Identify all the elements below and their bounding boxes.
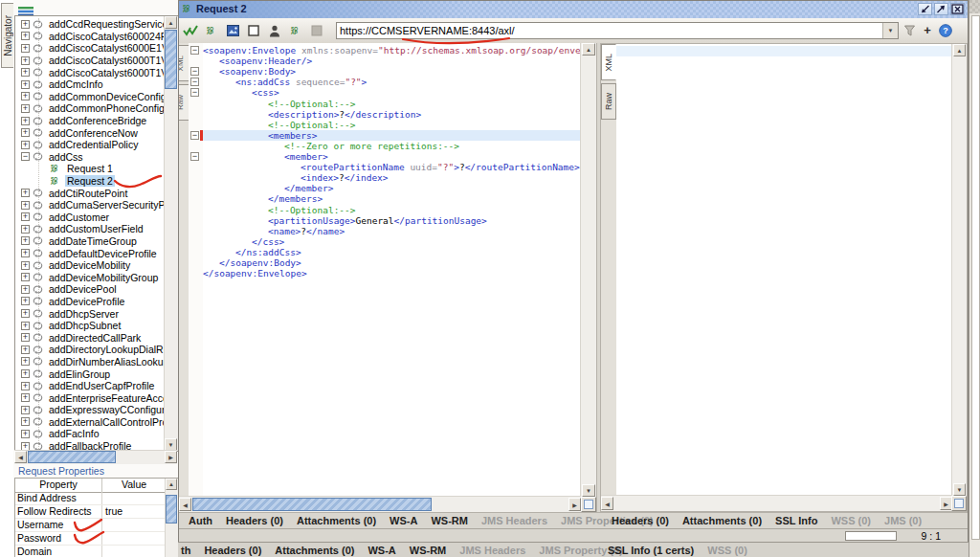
edit-endpoint-button[interactable] [902,23,917,38]
tree-item-addciscocatalyst6000t1voipg[interactable]: +addCiscoCatalyst6000T1VoIPG [15,66,165,78]
background-tab-ws-rm[interactable]: WS-RM [410,545,447,556]
wsdl-image-button[interactable] [223,22,242,39]
expand-icon[interactable]: + [21,236,30,245]
scroll-right-button[interactable]: ▶ [568,498,581,511]
scrollbar-thumb[interactable] [166,495,177,524]
response-tab-jms-0[interactable]: JMS (0) [884,515,922,526]
expand-icon[interactable]: + [21,273,30,281]
tree-item-adddirectorylookupdialrule[interactable]: +addDirectoryLookupDialRule [15,344,165,356]
expand-icon[interactable]: + [21,44,30,53]
tree-item-addcss[interactable]: −addCss [15,151,165,164]
property-value[interactable] [102,532,166,545]
tree-item-adddhcpsubnet[interactable]: +addDhcpSubnet [15,320,165,332]
background-tab-jms-headers[interactable]: JMS Headers [459,545,525,556]
expand-icon[interactable]: + [21,56,30,65]
xml-line[interactable]: </soapenv:Body> [203,257,581,268]
property-value[interactable] [102,492,166,504]
xml-line[interactable]: <name>?</name> [203,226,581,236]
request-tab-ws-rm[interactable]: WS-RM [431,515,468,526]
tree-item-addcustomuserfield[interactable]: +addCustomUserField [15,223,165,235]
xml-line[interactable]: <!--Optional:--> [203,99,581,109]
xml-line[interactable]: <soapenv:Header/> [203,56,581,66]
xml-line[interactable]: </css> [203,236,581,247]
soap-action-button-1[interactable]: SOAP [202,22,221,39]
xml-line[interactable]: <css> [203,87,581,98]
expand-icon[interactable]: + [21,249,30,257]
request-tab-auth[interactable]: Auth [189,515,212,526]
expand-icon[interactable]: + [21,285,30,294]
tree-item-addcredentialpolicy[interactable]: +addCredentialPolicy [15,139,165,151]
background-tab-attachments-0[interactable]: Attachments (0) [275,545,354,556]
xml-line[interactable]: <routePartitionName uuid="?">?</routePar… [203,162,581,172]
tree-item-adddevicepool[interactable]: +addDevicePool [15,283,165,296]
tree-item-addciscocatalyst600024portf[interactable]: +addCiscoCatalyst600024PortF [15,31,165,43]
background-tab-ssl-info-1-certs[interactable]: SSL Info (1 certs) [608,545,694,556]
scrollbar-thumb[interactable] [192,498,432,511]
property-value[interactable]: true [102,505,166,518]
xml-line[interactable]: </member> [203,183,581,193]
expand-icon[interactable]: + [21,80,30,89]
response-tab-attachments-0[interactable]: Attachments (0) [682,515,762,526]
soap-action-button-2[interactable]: SOAP [286,22,305,39]
tree-item-addexpresswaycconfiguratio[interactable]: +addExpresswayCConfiguratio [15,404,165,416]
endpoint-dropdown-button[interactable]: ▼ [882,23,898,38]
scroll-up-button[interactable]: ▲ [166,479,177,490]
tree-item-addcommondeviceconfig[interactable]: +addCommonDeviceConfig [15,91,165,103]
xml-line[interactable]: </soapenv:Envelope> [203,268,581,278]
submit-request-button[interactable] [181,22,200,39]
expand-icon[interactable]: + [21,128,30,137]
expand-icon[interactable]: + [21,297,30,305]
xml-code-area[interactable]: <soapenv:Envelope xmlns:soapenv="http://… [203,43,581,497]
response-tab-headers-0[interactable]: Headers (0) [612,515,669,526]
scroll-up-button[interactable]: ▲ [582,43,595,56]
scroll-left-button[interactable]: ◀ [601,497,613,510]
xml-line[interactable]: <index>?</index> [203,172,581,183]
scroll-left-button[interactable]: ◀ [14,451,27,463]
scroll-down-button[interactable]: ▼ [582,484,595,497]
tree-item-addconferencebridge[interactable]: +addConferenceBridge [15,115,165,127]
response-content[interactable] [616,44,952,496]
xml-line[interactable]: </ns:addCss> [203,247,581,257]
tree-item-adddirnumberaliaslookupar[interactable]: +addDirNumberAliasLookupar [15,356,165,368]
auth-user-button[interactable] [265,22,284,39]
tree-item-addexternalcallcontrolprofile[interactable]: +addExternalCallControlProfile [15,416,165,429]
tree-item-adddevicemobilitygroup[interactable]: +addDeviceMobilityGroup [15,271,165,283]
scroll-right-button[interactable]: ▶ [165,451,177,463]
expand-icon[interactable]: + [21,225,30,234]
scroll-up-button[interactable]: ▲ [165,16,177,29]
tree-item-adddatetimegroup[interactable]: +addDateTimeGroup [15,235,165,248]
response-horizontal-scrollbar[interactable]: ◀ ▶ [601,495,952,511]
expand-icon[interactable]: + [21,141,30,149]
tree-item-addciscocatalyst6000t1voipg[interactable]: +addCiscoCatalyst6000T1VoIPG [15,55,165,67]
background-tab-th[interactable]: th [181,545,190,556]
expand-icon[interactable]: + [21,117,30,125]
tree-item-adddeviceprofile[interactable]: +addDeviceProfile [15,296,165,308]
expand-icon[interactable]: + [21,393,30,402]
fold-toggle-icon[interactable]: − [190,78,199,86]
xml-line[interactable]: <ns:addCss sequence="?"> [203,77,581,87]
tree-item-addcmcinfo[interactable]: +addCmcInfo [15,78,165,91]
tree-item-addconferencenow[interactable]: +addConferenceNow [15,126,165,139]
xml-line[interactable]: <!--Optional:--> [203,205,581,215]
tree-horizontal-scrollbar[interactable]: ◀ ▶ [14,450,177,464]
fold-toggle-icon[interactable]: − [190,46,199,55]
scrollbar-thumb[interactable] [28,451,116,463]
fold-toggle-icon[interactable]: − [190,131,199,140]
properties-vertical-scrollbar[interactable]: ▲ [165,479,178,557]
xml-line[interactable]: <members> [203,130,581,141]
request-editor-horizontal-scrollbar[interactable]: ◀ ▶ [179,496,581,512]
close-window-button[interactable] [950,3,965,15]
expand-icon[interactable]: + [21,68,30,77]
editor-corner-button[interactable] [951,496,967,511]
add-endpoint-button[interactable]: + [920,23,935,38]
tree-item-adddirectedcallpark[interactable]: +addDirectedCallPark [15,331,165,344]
expand-icon[interactable]: + [21,345,30,354]
response-side-tab-raw[interactable]: Raw [601,83,616,120]
expand-icon[interactable]: + [21,20,30,29]
property-value[interactable] [102,546,166,557]
tree-item-adddefaultdeviceprofile[interactable]: +addDefaultDeviceProfile [15,247,165,259]
fold-toggle-icon[interactable]: − [190,88,199,97]
xml-line[interactable]: <soapenv:Envelope xmlns:soapenv="http://… [203,45,581,56]
xml-line[interactable]: <!--Optional:--> [203,120,581,130]
expand-icon[interactable]: + [21,104,30,113]
